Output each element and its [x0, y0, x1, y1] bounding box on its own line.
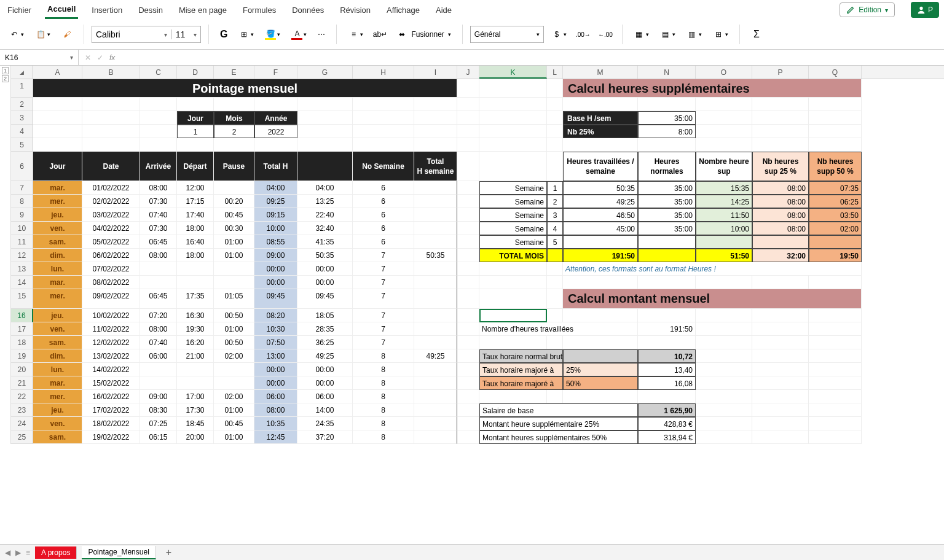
cell[interactable]: 51:50 — [696, 249, 752, 262]
cell[interactable] — [547, 111, 563, 125]
cell[interactable]: 49:25 — [297, 349, 353, 363]
cell[interactable]: 03:50 — [809, 208, 862, 222]
cell[interactable]: Date — [82, 152, 140, 181]
cell[interactable] — [457, 417, 479, 430]
cell[interactable] — [696, 376, 752, 390]
cell[interactable]: Pointage mensuel — [33, 79, 457, 98]
name-box[interactable]: K16▾ — [0, 50, 79, 65]
cell[interactable] — [140, 138, 177, 152]
share-button[interactable]: P — [911, 2, 939, 18]
row-header[interactable]: 6 — [11, 152, 33, 181]
cell[interactable] — [414, 322, 457, 336]
cell[interactable]: 09/02/2022 — [82, 289, 140, 309]
cell[interactable]: 35:00 — [638, 181, 696, 195]
cell[interactable]: 36:25 — [297, 336, 353, 349]
cell[interactable] — [214, 181, 254, 195]
cell[interactable]: 06:15 — [140, 430, 177, 444]
row-header[interactable]: 22 — [11, 390, 33, 403]
table-style-button[interactable]: ▤▾ — [656, 26, 679, 42]
cell[interactable]: 08:00 — [752, 195, 809, 208]
cell[interactable] — [696, 235, 752, 249]
cell[interactable] — [479, 289, 547, 309]
cell[interactable]: 18:00 — [177, 222, 214, 235]
cell[interactable]: Nb 25% — [563, 125, 638, 138]
cell[interactable]: 14/02/2022 — [82, 363, 140, 376]
cell[interactable]: 00:00 — [297, 376, 353, 390]
cell[interactable]: 18:45 — [177, 417, 214, 430]
cell[interactable]: 02/02/2022 — [82, 195, 140, 208]
cell[interactable] — [809, 309, 862, 322]
cell[interactable] — [479, 276, 547, 289]
borders-button[interactable]: ⊞▾ — [235, 26, 258, 42]
cell[interactable]: 07:20 — [140, 309, 177, 322]
row-header[interactable]: 9 — [11, 208, 33, 222]
cell[interactable] — [457, 111, 479, 125]
cell[interactable]: Heures normales — [638, 152, 696, 181]
format-painter-button[interactable]: 🖌 — [58, 26, 76, 42]
col-A[interactable]: A — [33, 66, 82, 79]
row-header[interactable]: 16 — [11, 309, 33, 322]
more-font-button[interactable]: ⋯ — [314, 28, 329, 41]
cell[interactable]: 01:00 — [214, 403, 254, 417]
cell[interactable] — [809, 349, 862, 363]
cell[interactable]: 08:00 — [140, 181, 177, 195]
row-header[interactable]: 25 — [11, 430, 33, 444]
tab-data[interactable]: Données — [289, 2, 326, 18]
cell[interactable] — [414, 336, 457, 349]
cell-style-button[interactable]: ▥▾ — [683, 26, 706, 42]
fx-icon[interactable]: fx — [109, 53, 115, 62]
cell[interactable] — [547, 249, 563, 262]
cell[interactable] — [479, 262, 547, 276]
cell[interactable]: 09:00 — [254, 249, 297, 262]
cell[interactable] — [82, 138, 140, 152]
cell[interactable]: 17:15 — [177, 195, 214, 208]
cell[interactable] — [457, 195, 479, 208]
col-G[interactable]: G — [297, 66, 353, 79]
cell[interactable] — [254, 98, 297, 111]
cell[interactable]: 1 625,90 — [638, 403, 696, 417]
cell[interactable] — [563, 276, 638, 289]
cell[interactable]: 06:00 — [140, 349, 177, 363]
cell[interactable]: 10:30 — [254, 322, 297, 336]
cell[interactable]: 11/02/2022 — [82, 322, 140, 336]
cell[interactable]: 6 — [353, 235, 414, 249]
row-header[interactable]: 18 — [11, 336, 33, 349]
cell[interactable] — [696, 349, 752, 363]
cell[interactable] — [457, 249, 479, 262]
col-O[interactable]: O — [696, 66, 752, 79]
cell[interactable] — [214, 276, 254, 289]
insert-cells-button[interactable]: ⊞▾ — [709, 26, 732, 42]
cell[interactable] — [457, 336, 479, 349]
cell[interactable]: jeu. — [33, 309, 82, 322]
row-header[interactable]: 23 — [11, 403, 33, 417]
cell[interactable]: 04/02/2022 — [82, 222, 140, 235]
cell[interactable] — [457, 222, 479, 235]
cell[interactable]: 09:00 — [140, 390, 177, 403]
col-K[interactable]: K — [479, 66, 547, 79]
cell[interactable]: Taux horaire majoré à — [479, 376, 563, 390]
tab-file[interactable]: Fichier — [5, 2, 34, 18]
cell[interactable]: mar. — [33, 376, 82, 390]
cell[interactable]: 03/02/2022 — [82, 208, 140, 222]
cell[interactable]: 45:00 — [563, 222, 638, 235]
cell[interactable] — [809, 98, 862, 111]
cell[interactable] — [752, 322, 809, 336]
cell[interactable]: 12:45 — [254, 430, 297, 444]
cell[interactable]: Total H — [254, 152, 297, 181]
cell[interactable]: 07/02/2022 — [82, 262, 140, 276]
cell[interactable]: Taux horaire normal brut : — [479, 349, 563, 363]
col-E[interactable]: E — [214, 66, 254, 79]
cell[interactable]: Calcul montant mensuel — [563, 289, 862, 309]
cell[interactable]: 4 — [547, 222, 563, 235]
cell[interactable] — [214, 138, 254, 152]
cell[interactable]: 7 — [353, 289, 414, 309]
cell[interactable]: 07:25 — [140, 417, 177, 430]
cell[interactable]: 00:45 — [214, 417, 254, 430]
cell[interactable]: 19/02/2022 — [82, 430, 140, 444]
cell[interactable] — [457, 390, 479, 403]
cell[interactable] — [696, 276, 752, 289]
cell[interactable] — [297, 111, 353, 125]
cell[interactable] — [177, 138, 214, 152]
tab-formulas[interactable]: Formules — [240, 2, 278, 18]
increase-decimal-button[interactable]: .00→ — [574, 26, 592, 42]
